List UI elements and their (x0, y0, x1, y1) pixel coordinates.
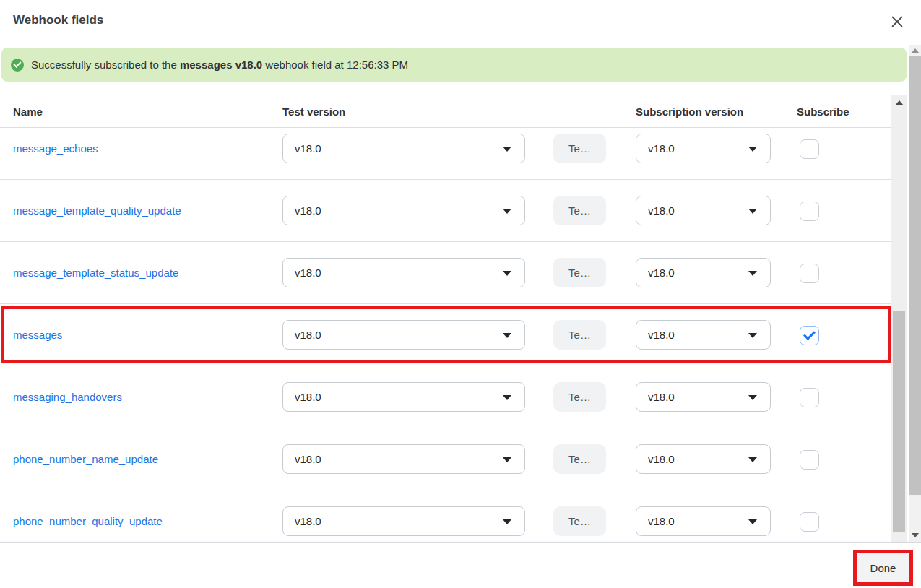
subscription-version-dropdown[interactable]: v18.0 (636, 196, 771, 225)
caret-down-icon (503, 333, 511, 338)
test-version-dropdown[interactable]: v18.0 (282, 382, 525, 412)
column-header-test-version: Test version (282, 105, 345, 118)
caret-down-icon (748, 395, 757, 400)
table-row: phone_number_quality_update v18.0 Te… v1… (0, 490, 891, 542)
caret-down-icon (503, 519, 511, 524)
table-row: messaging_handovers v18.0 Te… v18.0 (0, 366, 891, 428)
test-version-dropdown[interactable]: v18.0 (282, 506, 525, 536)
table-row: message_echoes v18.0 Te… v18.0 (0, 128, 891, 180)
test-version-dropdown[interactable]: v18.0 (282, 196, 525, 225)
subscription-version-dropdown[interactable]: v18.0 (636, 134, 771, 163)
page-scrollbar[interactable] (909, 45, 921, 542)
caret-down-icon (748, 333, 757, 338)
subscribe-checkbox[interactable] (800, 450, 819, 470)
check-icon (803, 328, 816, 340)
scroll-down-icon[interactable] (912, 533, 919, 537)
column-header-subscribe: Subscribe (797, 105, 849, 118)
table-row: message_template_quality_update v18.0 Te… (0, 180, 891, 242)
caret-down-icon (748, 147, 757, 152)
subscription-version-dropdown[interactable]: v18.0 (636, 320, 771, 350)
field-name-link[interactable]: messages (13, 329, 62, 341)
subscribe-checkbox[interactable] (800, 139, 819, 159)
footer-divider (0, 542, 921, 543)
table-row: message_template_status_update v18.0 Te…… (0, 242, 891, 304)
subscription-version-value: v18.0 (648, 204, 675, 217)
subscription-version-value: v18.0 (648, 267, 675, 279)
table-row: phone_number_name_update v18.0 Te… v18.0 (0, 428, 891, 490)
subscription-version-dropdown[interactable]: v18.0 (636, 506, 771, 536)
subscribe-checkbox[interactable] (800, 202, 819, 221)
test-button[interactable]: Te… (553, 506, 606, 536)
test-version-value: v18.0 (295, 453, 321, 465)
rows-container: message_echoes v18.0 Te… v18.0 message_t… (0, 128, 891, 542)
test-version-value: v18.0 (295, 391, 321, 403)
test-button[interactable]: Te… (553, 134, 606, 163)
field-name-link[interactable]: message_template_status_update (13, 267, 178, 279)
subscription-version-value: v18.0 (648, 453, 675, 465)
scroll-up-icon[interactable] (912, 48, 919, 53)
webhook-fields-dialog: Webhook fields Successfully subscribed t… (0, 0, 921, 588)
column-header-name: Name (13, 105, 43, 118)
test-button[interactable]: Te… (553, 196, 606, 225)
field-name-link[interactable]: phone_number_name_update (13, 453, 158, 465)
field-name-link[interactable]: message_echoes (13, 142, 98, 155)
column-header-subscription-version: Subscription version (636, 105, 743, 118)
subscription-version-dropdown[interactable]: v18.0 (636, 444, 771, 474)
test-version-dropdown[interactable]: v18.0 (282, 258, 525, 287)
subscription-version-dropdown[interactable]: v18.0 (636, 258, 771, 287)
caret-down-icon (748, 519, 757, 524)
test-version-dropdown[interactable]: v18.0 (282, 320, 525, 350)
subscription-version-value: v18.0 (648, 391, 675, 403)
test-version-value: v18.0 (295, 204, 321, 217)
caret-down-icon (748, 271, 757, 276)
test-button[interactable]: Te… (553, 444, 606, 474)
close-icon[interactable] (889, 14, 905, 30)
caret-down-icon (503, 271, 511, 276)
subscription-version-dropdown[interactable]: v18.0 (636, 382, 771, 412)
subscribe-checkbox[interactable] (800, 326, 819, 345)
caret-down-icon (748, 457, 757, 462)
table-row: messages v18.0 Te… v18.0 (0, 304, 891, 366)
test-version-value: v18.0 (295, 515, 321, 527)
subscribe-checkbox[interactable] (800, 264, 819, 283)
success-banner: Successfully subscribed to the messages … (1, 48, 907, 82)
page-scrollbar-thumb[interactable] (909, 56, 921, 495)
caret-down-icon (503, 147, 511, 152)
test-button[interactable]: Te… (553, 320, 606, 350)
test-version-dropdown[interactable]: v18.0 (282, 444, 525, 474)
field-name-link[interactable]: messaging_handovers (13, 391, 122, 403)
test-version-dropdown[interactable]: v18.0 (282, 134, 525, 163)
field-name-link[interactable]: message_template_quality_update (13, 204, 181, 217)
caret-down-icon (503, 395, 511, 400)
test-version-value: v18.0 (295, 142, 321, 155)
field-name-link[interactable]: phone_number_quality_update (13, 515, 163, 527)
done-button[interactable]: Done (857, 553, 909, 582)
table-scrollbar[interactable] (891, 95, 907, 542)
table-scrollbar-thumb[interactable] (893, 311, 905, 532)
dialog-title: Webhook fields (13, 13, 103, 27)
subscribe-checkbox[interactable] (800, 388, 819, 407)
banner-text: Successfully subscribed to the messages … (31, 59, 408, 71)
subscription-version-value: v18.0 (648, 142, 675, 155)
success-check-icon (11, 59, 24, 72)
caret-down-icon (503, 457, 511, 462)
subscribe-checkbox[interactable] (800, 512, 819, 532)
subscription-version-value: v18.0 (648, 515, 675, 527)
test-version-value: v18.0 (295, 267, 321, 279)
test-version-value: v18.0 (295, 329, 321, 341)
test-button[interactable]: Te… (553, 382, 606, 412)
test-button[interactable]: Te… (553, 258, 606, 287)
banner-highlight: messages v18.0 (180, 59, 262, 71)
subscription-version-value: v18.0 (648, 329, 675, 341)
scroll-up-icon[interactable] (895, 100, 904, 105)
caret-down-icon (503, 209, 511, 214)
caret-down-icon (748, 209, 757, 214)
